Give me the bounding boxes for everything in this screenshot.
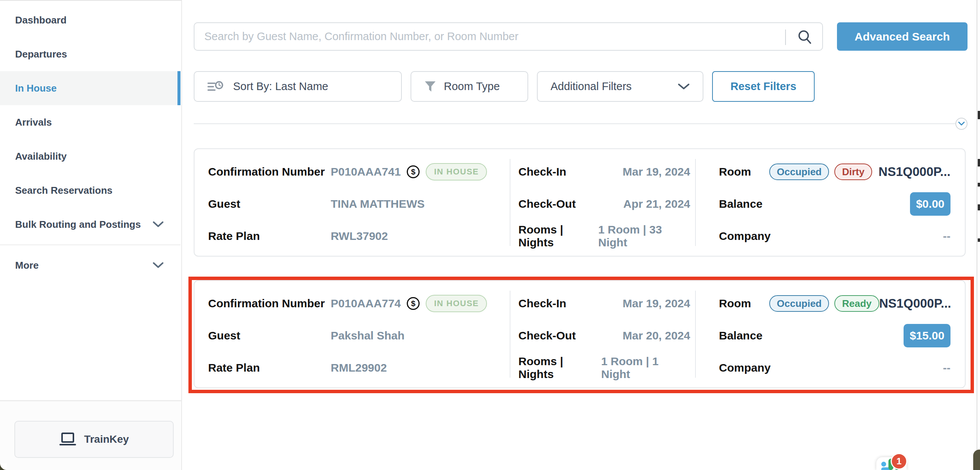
room-type-filter[interactable]: Room Type: [410, 71, 528, 102]
sidebar-item-label: More: [15, 260, 38, 271]
status-badge: IN HOUSE: [426, 163, 487, 180]
advanced-search-button[interactable]: Advanced Search: [837, 22, 967, 51]
check-in-date: Mar 19, 2024: [623, 166, 690, 178]
sidebar-item-more[interactable]: More: [0, 248, 180, 282]
sidebar-item-bulk-routing[interactable]: Bulk Routing and Postings: [0, 207, 180, 241]
occupancy-status-pill: Occupied: [769, 295, 829, 312]
clipped-content-fragment: [978, 204, 980, 210]
sort-history-icon: [207, 80, 224, 93]
balance-label: Balance: [719, 198, 762, 210]
housekeeping-status-pill: Dirty: [834, 164, 872, 180]
reset-filters-button[interactable]: Reset Filters: [712, 71, 815, 102]
sidebar-item-dashboard[interactable]: Dashboard: [0, 3, 180, 37]
confirmation-number: P010AAA774: [331, 297, 401, 310]
guest-label: Guest: [208, 329, 331, 342]
additional-filters-dropdown[interactable]: Additional Filters: [537, 71, 703, 102]
sidebar-item-label: Availability: [15, 151, 67, 163]
balance-label: Balance: [719, 329, 762, 342]
confirmation-label: Confirmation Number: [208, 166, 331, 178]
sidebar-item-label: Departures: [15, 48, 67, 60]
section-divider: [194, 123, 956, 124]
sidebar: Dashboard Departures In House Arrivals A…: [0, 0, 182, 470]
sidebar-item-label: Search Reservations: [15, 185, 112, 196]
confirmation-label: Confirmation Number: [208, 297, 331, 310]
desktop-corner: [973, 449, 980, 470]
occupancy-status-pill: Occupied: [769, 164, 829, 180]
company-label: Company: [719, 362, 771, 374]
reservation-card[interactable]: Confirmation Number P010AAA774 $ IN HOUS…: [194, 280, 966, 388]
search-input[interactable]: [204, 24, 780, 49]
sidebar-item-in-house[interactable]: In House: [0, 71, 180, 105]
sort-by-label: Sort By: Last Name: [233, 80, 328, 93]
card-column-divider: [695, 291, 696, 378]
folio-dollar-icon[interactable]: $: [407, 166, 420, 178]
sidebar-item-search-reservations[interactable]: Search Reservations: [0, 173, 180, 207]
chevron-down-icon: [678, 83, 690, 90]
search-box: [194, 22, 823, 51]
balance-chip[interactable]: $0.00: [910, 192, 950, 216]
room-label: Room: [719, 166, 751, 178]
card-column-divider: [510, 159, 511, 246]
clipped-content-fragment: [978, 238, 980, 242]
check-in-label: Check-In: [519, 166, 566, 178]
room-number: NS1Q000P...: [879, 296, 951, 311]
card-column-divider: [510, 291, 511, 378]
confirmation-number: P010AAA741: [331, 166, 401, 178]
sidebar-nav: Dashboard Departures In House Arrivals A…: [0, 3, 180, 282]
check-out-label: Check-Out: [519, 198, 576, 210]
sidebar-item-label: Bulk Routing and Postings: [15, 219, 141, 231]
search-icon[interactable]: [797, 29, 813, 45]
rate-plan-value: RML29902: [331, 362, 387, 374]
check-out-date: Mar 20, 2024: [623, 329, 690, 342]
rooms-nights-label: Rooms | Nights: [519, 355, 601, 381]
additional-filters-label: Additional Filters: [550, 80, 632, 93]
room-type-label: Room Type: [444, 80, 500, 93]
chevron-down-icon: [153, 221, 164, 228]
room-label: Room: [719, 297, 751, 310]
check-out-date: Apr 21, 2024: [623, 198, 690, 210]
rate-plan-label: Rate Plan: [208, 362, 331, 374]
active-indicator-bar: [177, 71, 180, 105]
clipped-content-fragment: [978, 159, 980, 167]
trainkey-label: TrainKey: [84, 433, 129, 445]
status-badge: IN HOUSE: [426, 295, 487, 312]
rooms-nights-value: 1 Room | 33 Night: [598, 223, 690, 249]
notification-badge[interactable]: 1: [891, 453, 907, 470]
check-in-date: Mar 19, 2024: [623, 297, 690, 310]
sidebar-item-label: Dashboard: [15, 14, 67, 26]
sidebar-item-label: Arrivals: [15, 116, 52, 128]
company-value: --: [943, 362, 950, 374]
company-value: --: [943, 230, 950, 242]
check-in-label: Check-In: [519, 297, 566, 310]
window-edge: [977, 0, 977, 470]
folio-dollar-icon[interactable]: $: [407, 297, 420, 310]
rate-plan-value: RWL37902: [331, 230, 388, 242]
check-out-label: Check-Out: [519, 329, 576, 342]
sidebar-item-availability[interactable]: Availability: [0, 139, 180, 173]
funnel-icon: [424, 81, 436, 93]
sidebar-bottom-panel: TrainKey: [0, 400, 181, 470]
collapse-toggle-button[interactable]: [955, 118, 967, 130]
sidebar-item-departures[interactable]: Departures: [0, 37, 180, 71]
chat-logo-shape: [881, 462, 886, 467]
chevron-down-icon: [153, 262, 164, 269]
reservation-card[interactable]: Confirmation Number P010AAA741 $ IN HOUS…: [194, 148, 966, 257]
rooms-nights-label: Rooms | Nights: [519, 223, 598, 249]
clipped-content-fragment: [978, 183, 980, 186]
app-window: Dashboard Departures In House Arrivals A…: [0, 0, 980, 470]
laptop-icon: [59, 432, 76, 446]
balance-chip[interactable]: $15.00: [904, 324, 950, 347]
card-column-divider: [695, 159, 696, 246]
guest-name: Pakshal Shah: [331, 329, 404, 342]
clipped-content-fragment: [978, 111, 980, 119]
sidebar-item-label: In House: [15, 83, 57, 94]
rooms-nights-value: 1 Room | 1 Night: [601, 355, 690, 381]
sidebar-divider: [0, 244, 180, 245]
sort-by-dropdown[interactable]: Sort By: Last Name: [194, 71, 402, 102]
housekeeping-status-pill: Ready: [834, 295, 879, 312]
trainkey-button[interactable]: TrainKey: [14, 421, 174, 458]
sidebar-item-arrivals[interactable]: Arrivals: [0, 105, 180, 139]
guest-label: Guest: [208, 198, 331, 210]
chevron-down-icon: [958, 121, 965, 126]
room-number: NS1Q000P...: [878, 165, 950, 179]
